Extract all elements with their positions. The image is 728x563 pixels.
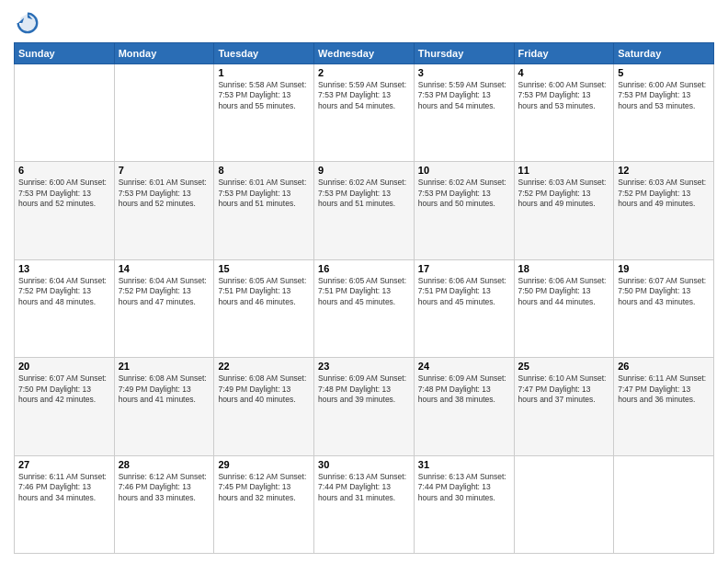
day-detail: Sunrise: 6:03 AM Sunset: 7:52 PM Dayligh…	[618, 178, 710, 209]
day-number: 23	[318, 361, 410, 372]
day-number: 8	[218, 165, 310, 176]
day-detail: Sunrise: 6:13 AM Sunset: 7:44 PM Dayligh…	[318, 472, 410, 503]
day-detail: Sunrise: 6:00 AM Sunset: 7:53 PM Dayligh…	[18, 178, 110, 209]
day-detail: Sunrise: 6:04 AM Sunset: 7:52 PM Dayligh…	[18, 276, 110, 307]
day-detail: Sunrise: 6:04 AM Sunset: 7:52 PM Dayligh…	[119, 276, 210, 307]
calendar-cell: 19Sunrise: 6:07 AM Sunset: 7:50 PM Dayli…	[614, 259, 714, 357]
day-number: 29	[218, 459, 310, 470]
day-number: 20	[18, 361, 110, 372]
week-row-4: 20Sunrise: 6:07 AM Sunset: 7:50 PM Dayli…	[15, 358, 714, 455]
day-detail: Sunrise: 5:59 AM Sunset: 7:53 PM Dayligh…	[418, 80, 510, 111]
day-detail: Sunrise: 6:00 AM Sunset: 7:53 PM Dayligh…	[618, 80, 710, 111]
day-detail: Sunrise: 6:06 AM Sunset: 7:50 PM Dayligh…	[518, 276, 610, 307]
day-detail: Sunrise: 6:11 AM Sunset: 7:46 PM Dayligh…	[18, 472, 110, 503]
day-number: 22	[218, 361, 310, 372]
weekday-header-monday: Monday	[114, 43, 214, 64]
day-number: 16	[318, 263, 410, 274]
calendar-cell	[614, 455, 714, 553]
day-detail: Sunrise: 6:01 AM Sunset: 7:53 PM Dayligh…	[218, 178, 310, 209]
day-number: 11	[518, 165, 610, 176]
calendar-cell: 11Sunrise: 6:03 AM Sunset: 7:52 PM Dayli…	[514, 162, 614, 259]
calendar-cell: 29Sunrise: 6:12 AM Sunset: 7:45 PM Dayli…	[214, 455, 314, 553]
calendar-cell: 23Sunrise: 6:09 AM Sunset: 7:48 PM Dayli…	[314, 358, 415, 455]
day-detail: Sunrise: 6:02 AM Sunset: 7:53 PM Dayligh…	[318, 178, 410, 209]
day-number: 6	[18, 165, 110, 176]
weekday-header-sunday: Sunday	[15, 43, 115, 64]
calendar-cell: 14Sunrise: 6:04 AM Sunset: 7:52 PM Dayli…	[114, 259, 214, 357]
day-detail: Sunrise: 6:09 AM Sunset: 7:48 PM Dayligh…	[318, 373, 410, 405]
day-number: 7	[119, 165, 210, 176]
day-detail: Sunrise: 6:06 AM Sunset: 7:51 PM Dayligh…	[418, 276, 510, 307]
calendar-cell: 2Sunrise: 5:59 AM Sunset: 7:53 PM Daylig…	[314, 64, 415, 162]
weekday-header-friday: Friday	[514, 43, 614, 64]
day-detail: Sunrise: 6:12 AM Sunset: 7:45 PM Dayligh…	[218, 472, 310, 503]
day-detail: Sunrise: 6:00 AM Sunset: 7:53 PM Dayligh…	[518, 80, 610, 111]
calendar-cell: 31Sunrise: 6:13 AM Sunset: 7:44 PM Dayli…	[414, 455, 514, 553]
weekday-header-row: SundayMondayTuesdayWednesdayThursdayFrid…	[15, 43, 714, 64]
day-number: 2	[318, 67, 410, 78]
calendar-cell: 12Sunrise: 6:03 AM Sunset: 7:52 PM Dayli…	[614, 162, 714, 259]
calendar-cell: 15Sunrise: 6:05 AM Sunset: 7:51 PM Dayli…	[214, 259, 314, 357]
week-row-1: 1Sunrise: 5:58 AM Sunset: 7:53 PM Daylig…	[15, 64, 714, 162]
day-detail: Sunrise: 5:59 AM Sunset: 7:53 PM Dayligh…	[318, 80, 410, 111]
calendar-cell: 4Sunrise: 6:00 AM Sunset: 7:53 PM Daylig…	[514, 64, 614, 162]
day-number: 18	[518, 263, 610, 274]
day-number: 17	[418, 263, 510, 274]
calendar-cell: 13Sunrise: 6:04 AM Sunset: 7:52 PM Dayli…	[15, 259, 115, 357]
day-detail: Sunrise: 6:08 AM Sunset: 7:49 PM Dayligh…	[218, 373, 310, 405]
calendar-cell: 30Sunrise: 6:13 AM Sunset: 7:44 PM Dayli…	[314, 455, 415, 553]
day-detail: Sunrise: 6:11 AM Sunset: 7:47 PM Dayligh…	[618, 373, 710, 405]
weekday-header-thursday: Thursday	[414, 43, 514, 64]
day-detail: Sunrise: 6:12 AM Sunset: 7:46 PM Dayligh…	[119, 472, 210, 503]
day-number: 5	[618, 67, 710, 78]
calendar-cell: 21Sunrise: 6:08 AM Sunset: 7:49 PM Dayli…	[114, 358, 214, 455]
day-number: 25	[518, 361, 610, 372]
day-number: 10	[418, 165, 510, 176]
day-detail: Sunrise: 6:02 AM Sunset: 7:53 PM Dayligh…	[418, 178, 510, 209]
week-row-2: 6Sunrise: 6:00 AM Sunset: 7:53 PM Daylig…	[15, 162, 714, 259]
day-number: 26	[618, 361, 710, 372]
calendar-cell: 20Sunrise: 6:07 AM Sunset: 7:50 PM Dayli…	[15, 358, 115, 455]
header	[14, 9, 714, 35]
calendar-cell: 27Sunrise: 6:11 AM Sunset: 7:46 PM Dayli…	[15, 455, 115, 553]
week-row-5: 27Sunrise: 6:11 AM Sunset: 7:46 PM Dayli…	[15, 455, 714, 553]
calendar-cell: 7Sunrise: 6:01 AM Sunset: 7:53 PM Daylig…	[114, 162, 214, 259]
logo-icon	[14, 9, 40, 35]
day-detail: Sunrise: 6:13 AM Sunset: 7:44 PM Dayligh…	[418, 472, 510, 503]
calendar-cell: 10Sunrise: 6:02 AM Sunset: 7:53 PM Dayli…	[414, 162, 514, 259]
day-detail: Sunrise: 6:09 AM Sunset: 7:48 PM Dayligh…	[418, 373, 510, 405]
weekday-header-tuesday: Tuesday	[214, 43, 314, 64]
week-row-3: 13Sunrise: 6:04 AM Sunset: 7:52 PM Dayli…	[15, 259, 714, 357]
day-number: 12	[618, 165, 710, 176]
day-detail: Sunrise: 6:10 AM Sunset: 7:47 PM Dayligh…	[518, 373, 610, 405]
day-number: 31	[418, 459, 510, 470]
day-number: 14	[119, 263, 210, 274]
calendar-cell: 25Sunrise: 6:10 AM Sunset: 7:47 PM Dayli…	[514, 358, 614, 455]
calendar-cell: 18Sunrise: 6:06 AM Sunset: 7:50 PM Dayli…	[514, 259, 614, 357]
calendar-cell: 9Sunrise: 6:02 AM Sunset: 7:53 PM Daylig…	[314, 162, 415, 259]
day-number: 21	[119, 361, 210, 372]
calendar-cell: 16Sunrise: 6:05 AM Sunset: 7:51 PM Dayli…	[314, 259, 415, 357]
page: SundayMondayTuesdayWednesdayThursdayFrid…	[0, 0, 728, 563]
day-number: 1	[218, 67, 310, 78]
day-detail: Sunrise: 6:01 AM Sunset: 7:53 PM Dayligh…	[119, 178, 210, 209]
day-number: 3	[418, 67, 510, 78]
day-detail: Sunrise: 6:03 AM Sunset: 7:52 PM Dayligh…	[518, 178, 610, 209]
calendar-cell: 24Sunrise: 6:09 AM Sunset: 7:48 PM Dayli…	[414, 358, 514, 455]
day-number: 24	[418, 361, 510, 372]
day-number: 13	[18, 263, 110, 274]
weekday-header-saturday: Saturday	[614, 43, 714, 64]
day-number: 28	[119, 459, 210, 470]
day-detail: Sunrise: 6:08 AM Sunset: 7:49 PM Dayligh…	[119, 373, 210, 405]
calendar-cell: 22Sunrise: 6:08 AM Sunset: 7:49 PM Dayli…	[214, 358, 314, 455]
weekday-header-wednesday: Wednesday	[314, 43, 415, 64]
calendar-cell: 17Sunrise: 6:06 AM Sunset: 7:51 PM Dayli…	[414, 259, 514, 357]
calendar-cell: 3Sunrise: 5:59 AM Sunset: 7:53 PM Daylig…	[414, 64, 514, 162]
calendar-cell: 28Sunrise: 6:12 AM Sunset: 7:46 PM Dayli…	[114, 455, 214, 553]
day-detail: Sunrise: 6:07 AM Sunset: 7:50 PM Dayligh…	[618, 276, 710, 307]
calendar-table: SundayMondayTuesdayWednesdayThursdayFrid…	[14, 42, 714, 554]
calendar-cell: 6Sunrise: 6:00 AM Sunset: 7:53 PM Daylig…	[15, 162, 115, 259]
calendar-cell: 1Sunrise: 5:58 AM Sunset: 7:53 PM Daylig…	[214, 64, 314, 162]
day-detail: Sunrise: 5:58 AM Sunset: 7:53 PM Dayligh…	[218, 80, 310, 111]
calendar-cell	[514, 455, 614, 553]
